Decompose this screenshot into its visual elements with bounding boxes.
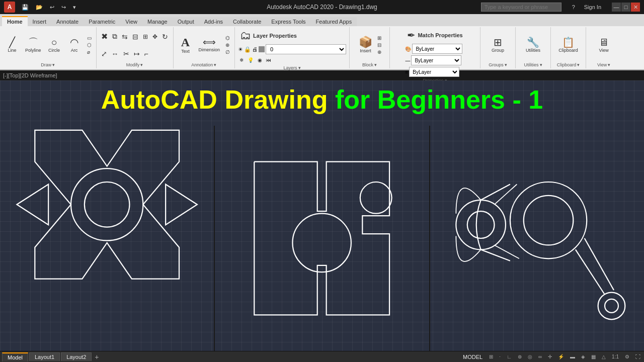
help-icon[interactable]: ?	[570, 3, 578, 11]
tab-model[interactable]: Model	[2, 352, 28, 361]
snap-toggle[interactable]: ⋅	[498, 353, 502, 360]
lw-toggle[interactable]: ▬	[569, 353, 577, 360]
layer-prev-btn[interactable]: ⏮	[265, 57, 273, 63]
tab-featuredapps[interactable]: Featured Apps	[311, 17, 357, 26]
tool-text[interactable]: A Text	[177, 35, 195, 55]
layer-off-btn[interactable]: 💡	[246, 57, 255, 63]
layer-print-icon[interactable]: 🖨	[252, 46, 258, 52]
circle-icon: ○	[51, 37, 57, 47]
grid-toggle[interactable]: ⊞	[488, 353, 495, 360]
qat-save[interactable]: 💾	[19, 3, 31, 12]
tab-view[interactable]: View	[120, 17, 142, 26]
tab-manage[interactable]: Manage	[142, 17, 173, 26]
fullscreen-toggle[interactable]: ⛶	[634, 353, 642, 360]
tool-circle[interactable]: ○ Circle	[45, 36, 63, 54]
lineweight-dropdown[interactable]: ByLayer	[409, 67, 459, 77]
tool-fillet[interactable]: ⌐	[143, 49, 150, 58]
svg-point-3	[71, 168, 143, 240]
osnap-toggle[interactable]: ◎	[526, 353, 534, 360]
clipboard-label: Clipboard	[558, 48, 578, 53]
svg-point-8	[467, 211, 494, 238]
tool-insert[interactable]: 📦 Insert	[357, 36, 375, 54]
tool-rotate[interactable]: ↻	[160, 32, 170, 41]
utilities-label: Utilities	[526, 48, 540, 53]
tab-parametric[interactable]: Parametric	[84, 17, 120, 26]
draw-more-1[interactable]: ▭	[86, 35, 93, 41]
tool-scale[interactable]: ⤢	[100, 49, 109, 58]
block-more-1[interactable]: ⊞	[376, 35, 383, 41]
tool-copy[interactable]: ⧉	[111, 32, 119, 41]
layer-color-icon[interactable]	[259, 46, 265, 52]
tool-mirror[interactable]: ⇆	[120, 32, 129, 41]
svg-point-11	[598, 293, 625, 320]
layer-freeze-btn[interactable]: ❄	[238, 57, 245, 63]
polar-toggle[interactable]: ⊛	[516, 353, 523, 360]
draw-more-3[interactable]: ⌀	[86, 49, 93, 55]
tab-addins[interactable]: Add-ins	[199, 17, 228, 26]
tool-clipboard[interactable]: 📋 Clipboard	[556, 36, 580, 54]
viewport-label: [-][Top][2D Wireframe]	[0, 70, 644, 80]
tab-home[interactable]: Home	[2, 16, 28, 26]
close-button[interactable]: ✕	[631, 3, 640, 12]
match-properties-button[interactable]: ✒ Match Properties	[405, 28, 464, 42]
annot-more-3[interactable]: ∅	[224, 49, 231, 55]
maximize-button[interactable]: □	[621, 3, 630, 12]
tab-output[interactable]: Output	[173, 17, 199, 26]
selection-toggle[interactable]: ▦	[590, 353, 597, 360]
qat-open[interactable]: 📂	[33, 3, 45, 12]
ortho-toggle[interactable]: ∟	[505, 353, 513, 360]
tool-trim[interactable]: ✂	[122, 49, 131, 58]
tab-collaborate[interactable]: Collaborate	[228, 17, 266, 26]
block-more-3[interactable]: ⊕	[376, 49, 383, 55]
circle-label: Circle	[48, 48, 60, 53]
workspace-switch[interactable]: ⚙	[623, 353, 631, 360]
tab-annotate[interactable]: Annotate	[51, 17, 84, 26]
layer-sun-icon[interactable]: ☀	[238, 46, 243, 53]
tool-view[interactable]: 🖥 View	[595, 36, 613, 54]
tool-polyline[interactable]: ⌒ Polyline	[23, 36, 43, 54]
color-dropdown[interactable]: ByLayer	[412, 44, 462, 54]
group-icon: ⊞	[494, 37, 502, 47]
sign-in-button[interactable]: Sign In	[582, 3, 604, 11]
layer-dropdown[interactable]: 0	[266, 44, 346, 54]
tool-move[interactable]: ✥	[151, 33, 159, 41]
tool-array[interactable]: ⊞	[141, 33, 149, 41]
tab-insert[interactable]: Insert	[28, 17, 52, 26]
tool-offset[interactable]: ⊟	[131, 32, 140, 41]
layer-isolate-btn[interactable]: ◉	[256, 57, 264, 63]
layer-lock-icon[interactable]: 🔒	[244, 46, 251, 53]
tool-group[interactable]: ⊞ Group	[489, 36, 507, 54]
tool-extend[interactable]: ↦	[132, 49, 141, 58]
qat-redo[interactable]: ↪	[59, 3, 68, 12]
tab-layout2[interactable]: Layout2	[61, 352, 92, 361]
tab-layout1[interactable]: Layout1	[29, 352, 60, 361]
search-input[interactable]	[481, 3, 561, 12]
insert-icon: 📦	[359, 37, 372, 48]
draw-more-2[interactable]: ⬡	[86, 42, 93, 48]
tool-erase[interactable]: ✖	[100, 31, 109, 42]
ducs-toggle[interactable]: ✛	[546, 353, 553, 360]
annotation-scale[interactable]: △	[600, 353, 607, 360]
tool-stretch[interactable]: ↔	[110, 49, 120, 58]
tab-expresstools[interactable]: Express Tools	[266, 17, 310, 26]
dyn-toggle[interactable]: ⚡	[556, 353, 566, 360]
block-more-2[interactable]: ⊟	[376, 42, 383, 48]
annot-more-2[interactable]: ⊕	[224, 42, 231, 48]
tool-utilities[interactable]: 🔧 Utilities	[524, 36, 542, 54]
linetype-icon: —	[405, 58, 410, 63]
svg-point-6	[360, 182, 392, 214]
dimension-icon: ⟺	[203, 38, 216, 47]
layer-properties-button[interactable]: 🗂 Layer Properties	[238, 28, 346, 43]
add-layout-button[interactable]: +	[93, 353, 101, 361]
annot-more-1[interactable]: ⌬	[224, 35, 231, 41]
tool-dimension[interactable]: ⟺ Dimension	[197, 37, 222, 53]
otrack-toggle[interactable]: ∞	[537, 353, 543, 360]
tool-line[interactable]: ╱ Line	[3, 36, 21, 54]
qat-more[interactable]: ▾	[70, 3, 78, 12]
qat-undo[interactable]: ↩	[47, 3, 57, 12]
drawing-area[interactable]: AutoCAD Drawing for Beginners - 1	[0, 80, 644, 351]
tool-arc[interactable]: ◠ Arc	[65, 36, 84, 54]
linetype-dropdown[interactable]: ByLayer	[411, 55, 461, 65]
transparency-toggle[interactable]: ◈	[580, 353, 587, 360]
minimize-button[interactable]: —	[612, 3, 621, 12]
